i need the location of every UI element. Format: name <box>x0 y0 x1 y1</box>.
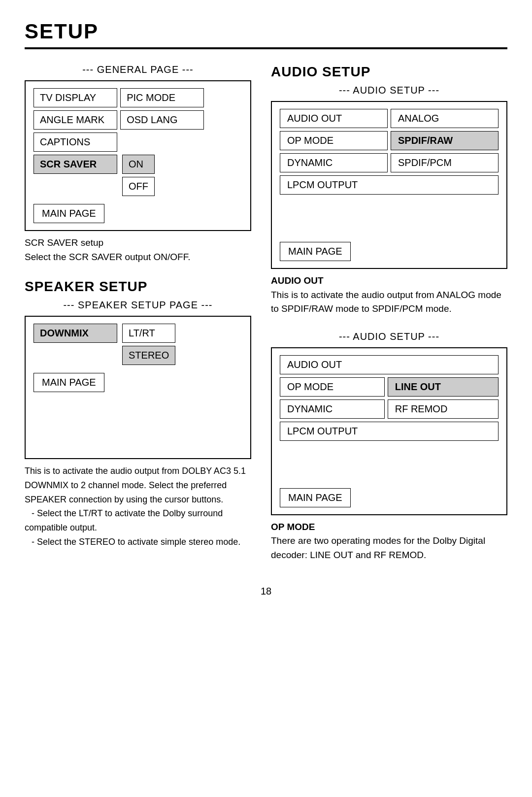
op-mode-item[interactable]: OP MODE <box>280 131 388 150</box>
downmix-row: DOWNMIX LT/RT STEREO <box>33 324 242 365</box>
downmix-item[interactable]: DOWNMIX <box>33 324 117 343</box>
audio-setup-second-section: --- AUDIO SETUP --- AUDIO OUT OP MODE LI… <box>271 331 507 563</box>
pic-mode-item[interactable]: PIC MODE <box>120 88 204 107</box>
audio-items-grid: AUDIO OUT ANALOG OP MODE SPDIF/RAW DYNAM… <box>280 109 499 195</box>
general-main-page-btn[interactable]: MAIN PAGE <box>33 204 104 223</box>
scr-saver-options: ON OFF <box>122 155 155 196</box>
page-title: SETUP <box>25 20 507 49</box>
op-mode-item-2[interactable]: OP MODE <box>280 377 385 397</box>
general-page-panel: TV DISPLAY PIC MODE ANGLE MARK OSD LANG … <box>25 80 251 231</box>
angle-mark-item[interactable]: ANGLE MARK <box>33 110 117 130</box>
audio-out-description: AUDIO OUT This is to activate the audio … <box>271 274 507 316</box>
audio-second-main-page-btn[interactable]: MAIN PAGE <box>280 488 351 507</box>
rf-remod-item[interactable]: RF REMOD <box>388 399 499 419</box>
ltrt-option[interactable]: LT/RT <box>122 324 175 343</box>
audio-setup-second-label: --- AUDIO SETUP --- <box>271 331 507 342</box>
audio-out-item[interactable]: AUDIO OUT <box>280 109 388 128</box>
audio-setup-panel: AUDIO OUT ANALOG OP MODE SPDIF/RAW DYNAM… <box>271 101 507 269</box>
osd-lang-item[interactable]: OSD LANG <box>120 110 204 130</box>
lpcm-output-item[interactable]: LPCM OUTPUT <box>280 175 499 195</box>
speaker-description: This is to activate the audio output fro… <box>25 464 251 549</box>
tv-display-item[interactable]: TV DISPLAY <box>33 88 117 107</box>
speaker-options: LT/RT STEREO <box>122 324 175 365</box>
lpcm-output-item-2[interactable]: LPCM OUTPUT <box>280 422 499 441</box>
audio-out-item-2[interactable]: AUDIO OUT <box>280 355 499 374</box>
speaker-setup-section: SPEAKER SETUP --- SPEAKER SETUP PAGE ---… <box>25 279 251 549</box>
general-page-label: --- GENERAL PAGE --- <box>25 64 251 75</box>
dynamic-item-2[interactable]: DYNAMIC <box>280 399 385 419</box>
right-column: AUDIO SETUP --- AUDIO SETUP --- AUDIO OU… <box>271 64 507 571</box>
audio-items-grid-2: AUDIO OUT OP MODE LINE OUT DYNAMIC RF RE… <box>280 355 499 441</box>
speaker-setup-label: --- SPEAKER SETUP PAGE --- <box>25 299 251 311</box>
captions-item[interactable]: CAPTIONS <box>33 133 117 152</box>
line-out-item[interactable]: LINE OUT <box>388 377 499 397</box>
op-mode-description: OP MODE There are two operating modes fo… <box>271 520 507 563</box>
speaker-setup-title: SPEAKER SETUP <box>25 279 251 295</box>
stereo-option[interactable]: STEREO <box>122 346 175 365</box>
audio-setup-label: --- AUDIO SETUP --- <box>271 85 507 96</box>
left-column: --- GENERAL PAGE --- TV DISPLAY PIC MODE… <box>25 64 251 549</box>
speaker-main-page-btn[interactable]: MAIN PAGE <box>33 373 104 392</box>
audio-main-page-btn[interactable]: MAIN PAGE <box>280 242 351 261</box>
on-option[interactable]: ON <box>122 155 155 174</box>
page-number: 18 <box>25 586 507 597</box>
general-description: SCR SAVER setup Select the SCR SAVER out… <box>25 236 251 264</box>
scr-saver-row: SCR SAVER ON OFF <box>33 155 242 196</box>
audio-setup-second-panel: AUDIO OUT OP MODE LINE OUT DYNAMIC RF RE… <box>271 347 507 515</box>
spdif-pcm-item[interactable]: SPDIF/PCM <box>391 153 499 172</box>
spdif-raw-item[interactable]: SPDIF/RAW <box>391 131 499 150</box>
analog-item[interactable]: ANALOG <box>391 109 499 128</box>
speaker-setup-panel: DOWNMIX LT/RT STEREO MAIN PAGE <box>25 316 251 459</box>
off-option[interactable]: OFF <box>122 177 155 196</box>
scr-saver-item[interactable]: SCR SAVER <box>33 155 117 174</box>
audio-setup-title: AUDIO SETUP <box>271 64 507 80</box>
dynamic-item[interactable]: DYNAMIC <box>280 153 388 172</box>
